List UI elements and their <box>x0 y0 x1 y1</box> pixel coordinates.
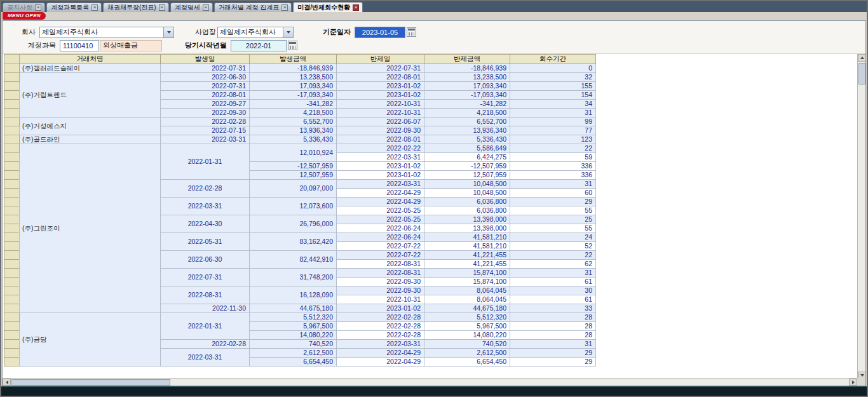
occur-date-cell[interactable]: 2022-02-28 <box>161 180 250 198</box>
settle-amount-cell[interactable]: 41,221,455 <box>424 251 510 260</box>
scroll-right-icon[interactable] <box>849 379 857 386</box>
settle-amount-cell[interactable]: 13,398,000 <box>424 224 510 233</box>
settle-date-cell[interactable]: 2022-04-29 <box>337 358 424 367</box>
settle-amount-cell[interactable]: 6,036,800 <box>424 198 510 206</box>
period-cell[interactable]: 336 <box>510 171 596 180</box>
company-select[interactable]: 제일제지주식회사 <box>39 27 174 38</box>
settle-date-cell[interactable]: 2022-09-30 <box>337 126 424 135</box>
row-indicator[interactable] <box>4 278 20 286</box>
settle-amount-cell[interactable]: 6,036,800 <box>424 206 510 215</box>
row-indicator[interactable] <box>4 126 20 135</box>
period-cell[interactable]: 31 <box>510 269 596 278</box>
occur-date-cell[interactable]: 2022-07-15 <box>161 126 250 135</box>
vertical-scrollbar[interactable] <box>857 54 865 379</box>
settle-date-cell[interactable]: 2022-07-22 <box>337 251 424 260</box>
row-indicator[interactable] <box>4 162 20 171</box>
row-indicator[interactable] <box>4 215 20 224</box>
account-name-field[interactable]: 외상매출금 <box>100 40 162 51</box>
occur-date-cell[interactable]: 2022-07-31 <box>161 82 250 91</box>
row-indicator[interactable] <box>4 251 20 260</box>
settle-date-cell[interactable]: 2022-08-01 <box>337 73 424 82</box>
period-cell[interactable]: 28 <box>510 322 596 331</box>
occur-amount-cell[interactable]: 12,073,600 <box>250 198 337 215</box>
site-select[interactable]: 제일제지주식회사 <box>217 27 294 38</box>
scroll-up-icon[interactable] <box>858 54 865 62</box>
customer-cell[interactable]: (주)그린조이 <box>20 144 161 313</box>
settle-amount-cell[interactable]: 5,336,430 <box>424 135 510 144</box>
row-indicator[interactable] <box>4 82 20 91</box>
occur-amount-cell[interactable]: 4,218,500 <box>250 109 337 118</box>
period-cell[interactable]: 33 <box>510 304 596 313</box>
settle-amount-cell[interactable]: 6,654,450 <box>424 358 510 367</box>
settle-amount-cell[interactable]: 740,520 <box>424 340 510 349</box>
row-indicator[interactable] <box>4 269 20 278</box>
occur-amount-cell[interactable]: 6,552,700 <box>250 118 337 126</box>
row-indicator[interactable] <box>4 206 20 215</box>
settle-amount-cell[interactable]: 6,552,700 <box>424 118 510 126</box>
settle-date-cell[interactable]: 2022-09-30 <box>337 286 424 295</box>
settle-amount-cell[interactable]: 14,080,220 <box>424 331 510 340</box>
tab-item[interactable]: 계정명세× <box>170 3 213 12</box>
tab-close-icon[interactable]: × <box>203 4 209 11</box>
occur-amount-cell[interactable]: 16,128,090 <box>250 286 337 304</box>
settle-date-cell[interactable]: 2022-05-25 <box>337 215 424 224</box>
settle-date-cell[interactable]: 2022-03-31 <box>337 340 424 349</box>
occur-date-cell[interactable]: 2022-06-30 <box>161 251 250 269</box>
settle-amount-cell[interactable]: 41,221,455 <box>424 260 510 269</box>
tab-close-icon[interactable]: × <box>281 4 288 11</box>
period-cell[interactable]: 336 <box>510 162 596 171</box>
row-indicator[interactable] <box>4 349 20 358</box>
settle-amount-cell[interactable]: 8,064,045 <box>424 295 510 304</box>
occur-date-cell[interactable]: 2022-08-31 <box>161 286 250 304</box>
occur-date-cell[interactable]: 2022-01-31 <box>161 313 250 340</box>
tab-item[interactable]: 채권채무장(전표)× <box>103 3 169 12</box>
period-start-input[interactable]: 2022-01 <box>231 40 287 51</box>
chevron-down-icon[interactable] <box>283 27 293 37</box>
occur-date-cell[interactable]: 2022-01-31 <box>161 144 250 180</box>
occur-date-cell[interactable]: 2022-03-31 <box>161 198 250 215</box>
row-indicator[interactable] <box>4 189 20 198</box>
settle-amount-cell[interactable]: 44,675,180 <box>424 304 510 313</box>
occur-amount-cell[interactable]: 31,748,200 <box>250 269 337 286</box>
settle-amount-cell[interactable]: 8,064,045 <box>424 286 510 295</box>
occur-date-cell[interactable]: 2022-11-30 <box>161 304 250 313</box>
occur-date-cell[interactable]: 2022-09-30 <box>161 109 250 118</box>
occur-amount-cell[interactable]: -341,282 <box>250 100 337 109</box>
period-cell[interactable]: 22 <box>510 144 596 153</box>
period-cell[interactable]: 123 <box>510 135 596 144</box>
account-code-input[interactable]: 11100410 <box>60 40 99 51</box>
occur-amount-cell[interactable]: 6,654,450 <box>250 358 337 367</box>
customer-cell[interactable]: (주)골드라인 <box>20 135 161 144</box>
row-indicator[interactable] <box>4 64 20 73</box>
occur-date-cell[interactable]: 2022-06-30 <box>161 73 250 82</box>
occur-amount-cell[interactable]: 14,080,220 <box>250 331 337 340</box>
tab-close-icon[interactable]: × <box>353 4 359 11</box>
settle-amount-cell[interactable]: 15,874,100 <box>424 269 510 278</box>
tab-close-icon[interactable]: × <box>92 4 98 11</box>
settle-date-cell[interactable]: 2023-01-02 <box>337 91 424 100</box>
occur-date-cell[interactable]: 2022-02-28 <box>161 118 250 126</box>
row-indicator[interactable] <box>4 73 20 82</box>
period-cell[interactable]: 60 <box>510 189 596 198</box>
row-indicator[interactable] <box>4 304 20 313</box>
row-indicator[interactable] <box>4 340 20 349</box>
settle-amount-cell[interactable]: 13,398,000 <box>424 215 510 224</box>
base-date-calendar-icon[interactable] <box>407 27 416 37</box>
horizontal-scrollbar[interactable] <box>3 378 857 386</box>
period-cell[interactable]: 29 <box>510 358 596 367</box>
settle-date-cell[interactable]: 2022-08-31 <box>337 260 424 269</box>
row-indicator[interactable] <box>4 242 20 251</box>
settle-date-cell[interactable]: 2022-05-25 <box>337 206 424 215</box>
settle-date-cell[interactable]: 2022-02-22 <box>337 144 424 153</box>
period-cell[interactable]: 29 <box>510 349 596 358</box>
occur-amount-cell[interactable]: 740,520 <box>250 340 337 349</box>
settle-date-cell[interactable]: 2022-10-31 <box>337 100 424 109</box>
row-indicator[interactable] <box>4 295 20 304</box>
row-indicator[interactable] <box>4 171 20 180</box>
occur-date-cell[interactable]: 2022-07-31 <box>161 64 250 73</box>
tab-close-icon[interactable]: × <box>35 4 41 11</box>
occur-amount-cell[interactable]: 20,097,000 <box>250 180 337 198</box>
settle-amount-cell[interactable]: 4,218,500 <box>424 109 510 118</box>
settle-amount-cell[interactable]: 10,048,500 <box>424 189 510 198</box>
period-cell[interactable]: 99 <box>510 118 596 126</box>
